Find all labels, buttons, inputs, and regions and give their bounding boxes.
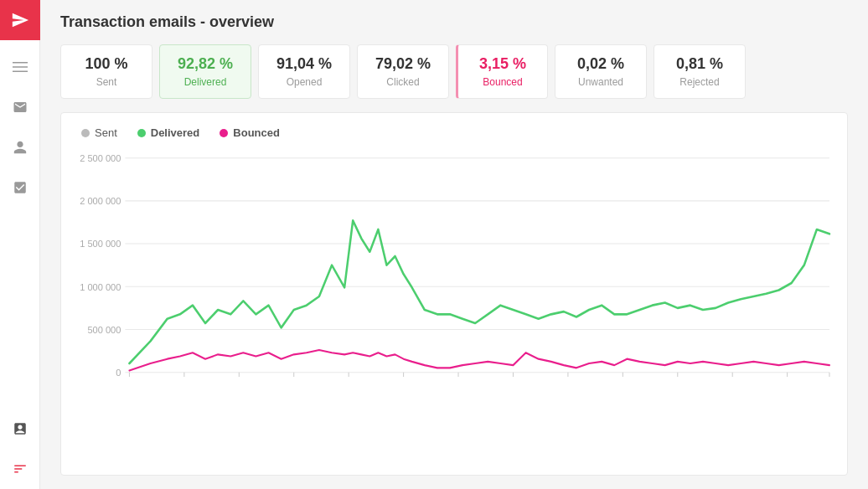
stat-card-rejected[interactable]: 0,81 %Rejected [654, 44, 746, 99]
chart-svg: 2 500 000 2 000 000 1 500 000 1 000 000 … [75, 149, 834, 417]
logo-icon[interactable] [0, 0, 40, 40]
stat-value-bounced: 3,15 % [479, 55, 526, 73]
legend-label-delivered: Delivered [151, 126, 200, 139]
legend-item-delivered: Delivered [137, 126, 200, 139]
stat-card-clicked[interactable]: 79,02 %Clicked [357, 44, 449, 99]
sidebar-filter-icon[interactable] [3, 452, 37, 486]
stat-card-sent[interactable]: 100 %Sent [60, 44, 152, 99]
legend-item-bounced: Bounced [220, 126, 280, 139]
stat-value-clicked: 79,02 % [375, 55, 431, 73]
stat-value-delivered: 92,82 % [178, 55, 233, 73]
svg-rect-1 [13, 66, 28, 68]
chart-container: SentDeliveredBounced 2 500 000 2 000 000… [60, 112, 848, 476]
main-content: Transaction emails - overview 100 %Sent9… [40, 0, 868, 489]
header-bar: Transaction emails - overview [60, 13, 848, 31]
stat-label-delivered: Delivered [184, 76, 227, 88]
stat-value-opened: 91,04 % [276, 55, 332, 73]
stat-card-unwanted[interactable]: 0,02 %Unwanted [555, 44, 647, 99]
stat-card-opened[interactable]: 91,04 %Opened [258, 44, 350, 99]
stat-value-unwanted: 0,02 % [577, 55, 624, 73]
stats-row: 100 %Sent92,82 %Delivered91,04 %Opened79… [60, 44, 848, 99]
sidebar-template-icon[interactable] [3, 412, 37, 445]
chart-area: 2 500 000 2 000 000 1 500 000 1 000 000 … [75, 149, 834, 417]
legend-dot-sent [81, 129, 90, 137]
stat-card-delivered[interactable]: 92,82 %Delivered [159, 44, 251, 99]
svg-text:1 500 000: 1 500 000 [80, 239, 121, 249]
legend-dot-delivered [137, 129, 146, 137]
sidebar-user-icon[interactable] [3, 131, 37, 164]
svg-text:2 000 000: 2 000 000 [80, 196, 121, 206]
svg-text:1 000 000: 1 000 000 [80, 281, 121, 291]
sidebar-email-icon[interactable] [3, 90, 37, 124]
svg-text:0: 0 [116, 368, 121, 378]
stat-label-rejected: Rejected [679, 76, 719, 88]
stat-label-bounced: Bounced [483, 76, 522, 88]
stat-value-rejected: 0,81 % [676, 55, 723, 73]
stat-value-sent: 100 % [85, 55, 127, 73]
legend-label-bounced: Bounced [233, 126, 280, 139]
legend-item-sent: Sent [81, 126, 117, 139]
stat-label-clicked: Clicked [386, 76, 419, 88]
svg-text:2 500 000: 2 500 000 [80, 153, 121, 163]
svg-text:500 000: 500 000 [87, 324, 121, 334]
chart-legend: SentDeliveredBounced [75, 126, 834, 139]
sidebar [0, 0, 40, 489]
legend-dot-bounced [220, 129, 228, 137]
page-title: Transaction emails - overview [60, 13, 274, 31]
legend-label-sent: Sent [95, 126, 117, 139]
sidebar-check-icon[interactable] [3, 171, 37, 204]
sidebar-menu-icon[interactable] [3, 50, 37, 84]
svg-rect-2 [13, 71, 28, 73]
stat-card-bounced[interactable]: 3,15 %Bounced [456, 44, 548, 99]
svg-rect-0 [13, 62, 28, 64]
stat-label-sent: Sent [96, 76, 117, 88]
stat-label-opened: Opened [287, 76, 323, 88]
stat-label-unwanted: Unwanted [578, 76, 623, 88]
